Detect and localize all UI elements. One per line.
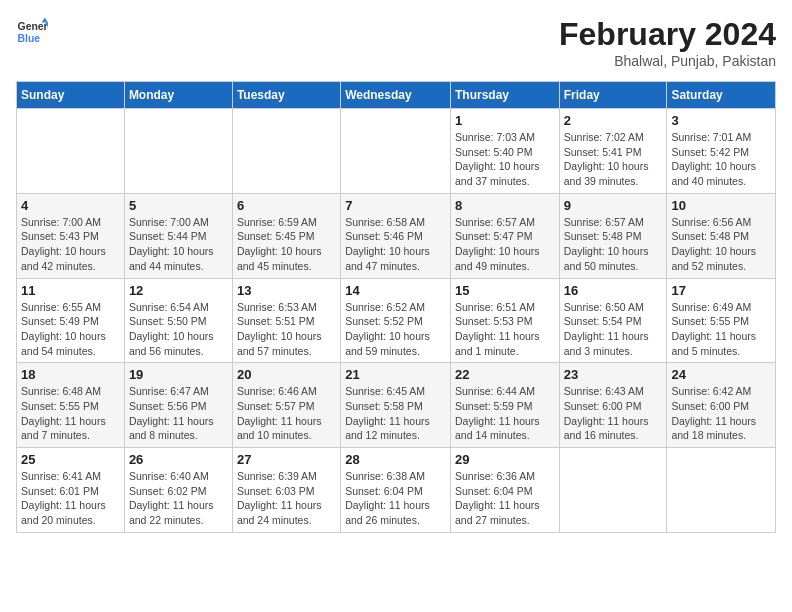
- day-number: 4: [21, 198, 120, 213]
- calendar-cell: 21Sunrise: 6:45 AMSunset: 5:58 PMDayligh…: [341, 363, 451, 448]
- day-info: Sunrise: 6:59 AMSunset: 5:45 PMDaylight:…: [237, 215, 336, 274]
- day-number: 26: [129, 452, 228, 467]
- day-info: Sunrise: 6:43 AMSunset: 6:00 PMDaylight:…: [564, 384, 663, 443]
- title-area: February 2024 Bhalwal, Punjab, Pakistan: [559, 16, 776, 69]
- day-info: Sunrise: 6:36 AMSunset: 6:04 PMDaylight:…: [455, 469, 555, 528]
- calendar-cell: 12Sunrise: 6:54 AMSunset: 5:50 PMDayligh…: [124, 278, 232, 363]
- day-number: 20: [237, 367, 336, 382]
- day-number: 16: [564, 283, 663, 298]
- calendar-table: SundayMondayTuesdayWednesdayThursdayFrid…: [16, 81, 776, 533]
- day-info: Sunrise: 7:02 AMSunset: 5:41 PMDaylight:…: [564, 130, 663, 189]
- day-number: 3: [671, 113, 771, 128]
- calendar-cell: 4Sunrise: 7:00 AMSunset: 5:43 PMDaylight…: [17, 193, 125, 278]
- calendar-cell: 29Sunrise: 6:36 AMSunset: 6:04 PMDayligh…: [450, 448, 559, 533]
- day-number: 7: [345, 198, 446, 213]
- day-number: 17: [671, 283, 771, 298]
- day-number: 2: [564, 113, 663, 128]
- day-number: 22: [455, 367, 555, 382]
- calendar-cell: 8Sunrise: 6:57 AMSunset: 5:47 PMDaylight…: [450, 193, 559, 278]
- calendar-week-row: 11Sunrise: 6:55 AMSunset: 5:49 PMDayligh…: [17, 278, 776, 363]
- calendar-cell: 18Sunrise: 6:48 AMSunset: 5:55 PMDayligh…: [17, 363, 125, 448]
- day-number: 21: [345, 367, 446, 382]
- calendar-cell: 6Sunrise: 6:59 AMSunset: 5:45 PMDaylight…: [232, 193, 340, 278]
- day-number: 15: [455, 283, 555, 298]
- calendar-cell: 5Sunrise: 7:00 AMSunset: 5:44 PMDaylight…: [124, 193, 232, 278]
- day-info: Sunrise: 7:00 AMSunset: 5:43 PMDaylight:…: [21, 215, 120, 274]
- calendar-cell: 26Sunrise: 6:40 AMSunset: 6:02 PMDayligh…: [124, 448, 232, 533]
- calendar-week-row: 18Sunrise: 6:48 AMSunset: 5:55 PMDayligh…: [17, 363, 776, 448]
- day-info: Sunrise: 6:47 AMSunset: 5:56 PMDaylight:…: [129, 384, 228, 443]
- day-info: Sunrise: 6:55 AMSunset: 5:49 PMDaylight:…: [21, 300, 120, 359]
- calendar-cell: 11Sunrise: 6:55 AMSunset: 5:49 PMDayligh…: [17, 278, 125, 363]
- day-number: 28: [345, 452, 446, 467]
- day-info: Sunrise: 6:46 AMSunset: 5:57 PMDaylight:…: [237, 384, 336, 443]
- day-number: 18: [21, 367, 120, 382]
- calendar-cell: 20Sunrise: 6:46 AMSunset: 5:57 PMDayligh…: [232, 363, 340, 448]
- weekday-header-cell: Monday: [124, 82, 232, 109]
- day-info: Sunrise: 7:03 AMSunset: 5:40 PMDaylight:…: [455, 130, 555, 189]
- calendar-cell: [232, 109, 340, 194]
- day-number: 23: [564, 367, 663, 382]
- day-number: 9: [564, 198, 663, 213]
- calendar-body: 1Sunrise: 7:03 AMSunset: 5:40 PMDaylight…: [17, 109, 776, 533]
- logo: General Blue: [16, 16, 48, 48]
- day-info: Sunrise: 6:57 AMSunset: 5:47 PMDaylight:…: [455, 215, 555, 274]
- calendar-cell: 15Sunrise: 6:51 AMSunset: 5:53 PMDayligh…: [450, 278, 559, 363]
- svg-text:General: General: [18, 21, 48, 32]
- day-number: 8: [455, 198, 555, 213]
- day-number: 25: [21, 452, 120, 467]
- day-number: 11: [21, 283, 120, 298]
- day-info: Sunrise: 6:53 AMSunset: 5:51 PMDaylight:…: [237, 300, 336, 359]
- calendar-cell: [124, 109, 232, 194]
- day-info: Sunrise: 6:39 AMSunset: 6:03 PMDaylight:…: [237, 469, 336, 528]
- calendar-cell: 27Sunrise: 6:39 AMSunset: 6:03 PMDayligh…: [232, 448, 340, 533]
- day-number: 27: [237, 452, 336, 467]
- logo-icon: General Blue: [16, 16, 48, 48]
- calendar-cell: 22Sunrise: 6:44 AMSunset: 5:59 PMDayligh…: [450, 363, 559, 448]
- day-info: Sunrise: 6:48 AMSunset: 5:55 PMDaylight:…: [21, 384, 120, 443]
- calendar-cell: 9Sunrise: 6:57 AMSunset: 5:48 PMDaylight…: [559, 193, 667, 278]
- day-number: 1: [455, 113, 555, 128]
- calendar-cell: 14Sunrise: 6:52 AMSunset: 5:52 PMDayligh…: [341, 278, 451, 363]
- day-number: 5: [129, 198, 228, 213]
- weekday-header-cell: Wednesday: [341, 82, 451, 109]
- day-info: Sunrise: 6:41 AMSunset: 6:01 PMDaylight:…: [21, 469, 120, 528]
- day-info: Sunrise: 6:40 AMSunset: 6:02 PMDaylight:…: [129, 469, 228, 528]
- day-info: Sunrise: 6:51 AMSunset: 5:53 PMDaylight:…: [455, 300, 555, 359]
- day-info: Sunrise: 6:44 AMSunset: 5:59 PMDaylight:…: [455, 384, 555, 443]
- day-info: Sunrise: 7:00 AMSunset: 5:44 PMDaylight:…: [129, 215, 228, 274]
- location: Bhalwal, Punjab, Pakistan: [559, 53, 776, 69]
- calendar-cell: [559, 448, 667, 533]
- day-number: 6: [237, 198, 336, 213]
- calendar-week-row: 4Sunrise: 7:00 AMSunset: 5:43 PMDaylight…: [17, 193, 776, 278]
- calendar-cell: 19Sunrise: 6:47 AMSunset: 5:56 PMDayligh…: [124, 363, 232, 448]
- calendar-cell: 28Sunrise: 6:38 AMSunset: 6:04 PMDayligh…: [341, 448, 451, 533]
- calendar-cell: 23Sunrise: 6:43 AMSunset: 6:00 PMDayligh…: [559, 363, 667, 448]
- day-info: Sunrise: 6:58 AMSunset: 5:46 PMDaylight:…: [345, 215, 446, 274]
- day-info: Sunrise: 6:50 AMSunset: 5:54 PMDaylight:…: [564, 300, 663, 359]
- day-info: Sunrise: 6:54 AMSunset: 5:50 PMDaylight:…: [129, 300, 228, 359]
- weekday-header-row: SundayMondayTuesdayWednesdayThursdayFrid…: [17, 82, 776, 109]
- calendar-cell: [17, 109, 125, 194]
- svg-text:Blue: Blue: [18, 33, 41, 44]
- calendar-cell: 24Sunrise: 6:42 AMSunset: 6:00 PMDayligh…: [667, 363, 776, 448]
- day-info: Sunrise: 6:38 AMSunset: 6:04 PMDaylight:…: [345, 469, 446, 528]
- calendar-cell: 17Sunrise: 6:49 AMSunset: 5:55 PMDayligh…: [667, 278, 776, 363]
- day-number: 13: [237, 283, 336, 298]
- calendar-cell: 13Sunrise: 6:53 AMSunset: 5:51 PMDayligh…: [232, 278, 340, 363]
- calendar-cell: 7Sunrise: 6:58 AMSunset: 5:46 PMDaylight…: [341, 193, 451, 278]
- calendar-cell: 10Sunrise: 6:56 AMSunset: 5:48 PMDayligh…: [667, 193, 776, 278]
- day-info: Sunrise: 7:01 AMSunset: 5:42 PMDaylight:…: [671, 130, 771, 189]
- calendar-cell: 25Sunrise: 6:41 AMSunset: 6:01 PMDayligh…: [17, 448, 125, 533]
- day-info: Sunrise: 6:42 AMSunset: 6:00 PMDaylight:…: [671, 384, 771, 443]
- calendar-cell: 2Sunrise: 7:02 AMSunset: 5:41 PMDaylight…: [559, 109, 667, 194]
- day-info: Sunrise: 6:56 AMSunset: 5:48 PMDaylight:…: [671, 215, 771, 274]
- day-info: Sunrise: 6:52 AMSunset: 5:52 PMDaylight:…: [345, 300, 446, 359]
- svg-marker-2: [42, 18, 48, 23]
- day-number: 10: [671, 198, 771, 213]
- weekday-header-cell: Thursday: [450, 82, 559, 109]
- day-number: 19: [129, 367, 228, 382]
- day-info: Sunrise: 6:49 AMSunset: 5:55 PMDaylight:…: [671, 300, 771, 359]
- day-info: Sunrise: 6:57 AMSunset: 5:48 PMDaylight:…: [564, 215, 663, 274]
- calendar-week-row: 1Sunrise: 7:03 AMSunset: 5:40 PMDaylight…: [17, 109, 776, 194]
